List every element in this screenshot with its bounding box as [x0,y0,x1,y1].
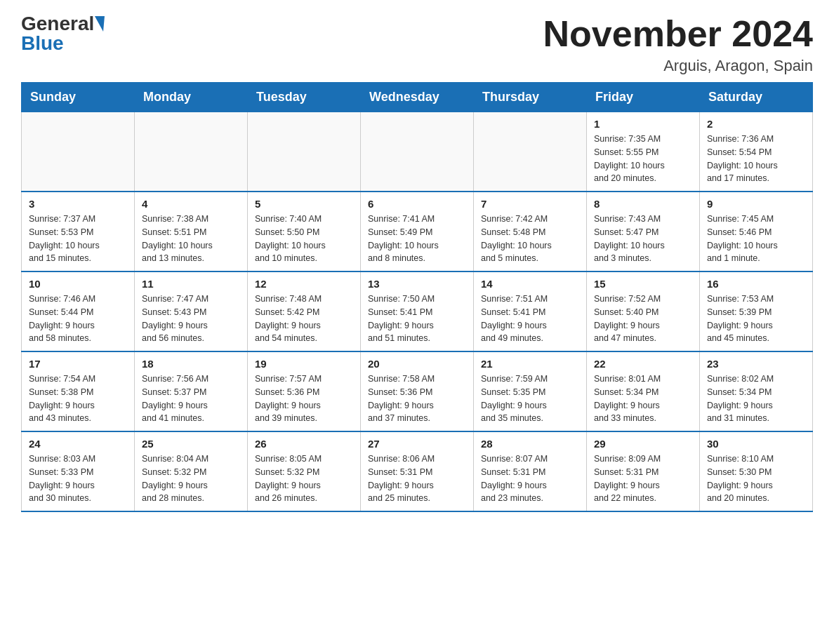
header-saturday: Saturday [700,83,813,112]
calendar-week-row: 24Sunrise: 8:03 AM Sunset: 5:33 PM Dayli… [22,431,813,511]
title-area: November 2024 Arguis, Aragon, Spain [543,14,813,75]
day-info: Sunrise: 7:57 AM Sunset: 5:36 PM Dayligh… [255,373,353,425]
header-wednesday: Wednesday [361,83,474,112]
logo-blue-text: Blue [21,34,64,53]
day-info: Sunrise: 7:54 AM Sunset: 5:38 PM Dayligh… [29,373,127,425]
day-number: 18 [142,358,240,370]
day-number: 16 [707,278,805,290]
location-title: Arguis, Aragon, Spain [543,57,813,75]
header-friday: Friday [587,83,700,112]
day-info: Sunrise: 8:02 AM Sunset: 5:34 PM Dayligh… [707,373,805,425]
day-number: 11 [142,278,240,290]
table-row: 25Sunrise: 8:04 AM Sunset: 5:32 PM Dayli… [135,431,248,511]
header-monday: Monday [135,83,248,112]
table-row [22,112,135,192]
table-row: 4Sunrise: 7:38 AM Sunset: 5:51 PM Daylig… [135,192,248,271]
table-row: 3Sunrise: 7:37 AM Sunset: 5:53 PM Daylig… [22,192,135,271]
table-row: 14Sunrise: 7:51 AM Sunset: 5:41 PM Dayli… [474,271,587,351]
day-info: Sunrise: 8:07 AM Sunset: 5:31 PM Dayligh… [481,452,579,505]
day-info: Sunrise: 7:38 AM Sunset: 5:51 PM Dayligh… [142,213,240,265]
day-number: 24 [29,438,127,450]
day-info: Sunrise: 7:43 AM Sunset: 5:47 PM Dayligh… [594,213,692,265]
day-number: 7 [481,198,579,210]
day-number: 29 [594,438,692,450]
table-row: 6Sunrise: 7:41 AM Sunset: 5:49 PM Daylig… [361,192,474,271]
day-info: Sunrise: 7:42 AM Sunset: 5:48 PM Dayligh… [481,213,579,265]
table-row: 18Sunrise: 7:56 AM Sunset: 5:37 PM Dayli… [135,351,248,431]
header-tuesday: Tuesday [248,83,361,112]
day-info: Sunrise: 8:04 AM Sunset: 5:32 PM Dayligh… [142,452,240,505]
day-info: Sunrise: 7:58 AM Sunset: 5:36 PM Dayligh… [368,373,466,425]
day-number: 28 [481,438,579,450]
day-info: Sunrise: 7:48 AM Sunset: 5:42 PM Dayligh… [255,293,353,345]
day-number: 26 [255,438,353,450]
day-number: 14 [481,278,579,290]
day-info: Sunrise: 7:53 AM Sunset: 5:39 PM Dayligh… [707,293,805,345]
table-row: 21Sunrise: 7:59 AM Sunset: 5:35 PM Dayli… [474,351,587,431]
day-info: Sunrise: 7:45 AM Sunset: 5:46 PM Dayligh… [707,213,805,265]
day-info: Sunrise: 7:52 AM Sunset: 5:40 PM Dayligh… [594,293,692,345]
table-row [135,112,248,192]
day-number: 5 [255,198,353,210]
table-row: 16Sunrise: 7:53 AM Sunset: 5:39 PM Dayli… [700,271,813,351]
day-number: 17 [29,358,127,370]
table-row: 2Sunrise: 7:36 AM Sunset: 5:54 PM Daylig… [700,112,813,192]
table-row: 10Sunrise: 7:46 AM Sunset: 5:44 PM Dayli… [22,271,135,351]
logo: General Blue [21,14,105,53]
table-row: 11Sunrise: 7:47 AM Sunset: 5:43 PM Dayli… [135,271,248,351]
day-info: Sunrise: 7:56 AM Sunset: 5:37 PM Dayligh… [142,373,240,425]
table-row [474,112,587,192]
day-info: Sunrise: 7:37 AM Sunset: 5:53 PM Dayligh… [29,213,127,265]
day-number: 4 [142,198,240,210]
day-number: 27 [368,438,466,450]
table-row: 9Sunrise: 7:45 AM Sunset: 5:46 PM Daylig… [700,192,813,271]
day-info: Sunrise: 8:06 AM Sunset: 5:31 PM Dayligh… [368,452,466,505]
calendar-week-row: 17Sunrise: 7:54 AM Sunset: 5:38 PM Dayli… [22,351,813,431]
day-info: Sunrise: 8:01 AM Sunset: 5:34 PM Dayligh… [594,373,692,425]
day-number: 25 [142,438,240,450]
day-info: Sunrise: 7:46 AM Sunset: 5:44 PM Dayligh… [29,293,127,345]
header-thursday: Thursday [474,83,587,112]
day-number: 2 [707,118,805,130]
day-info: Sunrise: 7:40 AM Sunset: 5:50 PM Dayligh… [255,213,353,265]
day-number: 1 [594,118,692,130]
day-info: Sunrise: 8:05 AM Sunset: 5:32 PM Dayligh… [255,452,353,505]
day-number: 12 [255,278,353,290]
table-row: 27Sunrise: 8:06 AM Sunset: 5:31 PM Dayli… [361,431,474,511]
logo-general-text: General [21,14,94,34]
day-number: 3 [29,198,127,210]
table-row: 15Sunrise: 7:52 AM Sunset: 5:40 PM Dayli… [587,271,700,351]
table-row: 26Sunrise: 8:05 AM Sunset: 5:32 PM Dayli… [248,431,361,511]
table-row: 24Sunrise: 8:03 AM Sunset: 5:33 PM Dayli… [22,431,135,511]
day-number: 21 [481,358,579,370]
day-number: 9 [707,198,805,210]
table-row: 28Sunrise: 8:07 AM Sunset: 5:31 PM Dayli… [474,431,587,511]
day-number: 23 [707,358,805,370]
day-info: Sunrise: 8:03 AM Sunset: 5:33 PM Dayligh… [29,452,127,505]
table-row: 23Sunrise: 8:02 AM Sunset: 5:34 PM Dayli… [700,351,813,431]
day-info: Sunrise: 7:41 AM Sunset: 5:49 PM Dayligh… [368,213,466,265]
day-info: Sunrise: 7:47 AM Sunset: 5:43 PM Dayligh… [142,293,240,345]
calendar-table: Sunday Monday Tuesday Wednesday Thursday… [21,82,813,512]
header-sunday: Sunday [22,83,135,112]
table-row [248,112,361,192]
table-row: 17Sunrise: 7:54 AM Sunset: 5:38 PM Dayli… [22,351,135,431]
table-row: 22Sunrise: 8:01 AM Sunset: 5:34 PM Dayli… [587,351,700,431]
table-row: 7Sunrise: 7:42 AM Sunset: 5:48 PM Daylig… [474,192,587,271]
calendar-week-row: 1Sunrise: 7:35 AM Sunset: 5:55 PM Daylig… [22,112,813,192]
day-number: 19 [255,358,353,370]
table-row: 1Sunrise: 7:35 AM Sunset: 5:55 PM Daylig… [587,112,700,192]
table-row [361,112,474,192]
day-info: Sunrise: 7:36 AM Sunset: 5:54 PM Dayligh… [707,133,805,185]
day-info: Sunrise: 8:10 AM Sunset: 5:30 PM Dayligh… [707,452,805,505]
day-number: 8 [594,198,692,210]
day-info: Sunrise: 7:35 AM Sunset: 5:55 PM Dayligh… [594,133,692,185]
day-number: 15 [594,278,692,290]
day-info: Sunrise: 7:51 AM Sunset: 5:41 PM Dayligh… [481,293,579,345]
table-row: 5Sunrise: 7:40 AM Sunset: 5:50 PM Daylig… [248,192,361,271]
day-number: 6 [368,198,466,210]
calendar-week-row: 3Sunrise: 7:37 AM Sunset: 5:53 PM Daylig… [22,192,813,271]
table-row: 12Sunrise: 7:48 AM Sunset: 5:42 PM Dayli… [248,271,361,351]
day-number: 13 [368,278,466,290]
day-number: 22 [594,358,692,370]
